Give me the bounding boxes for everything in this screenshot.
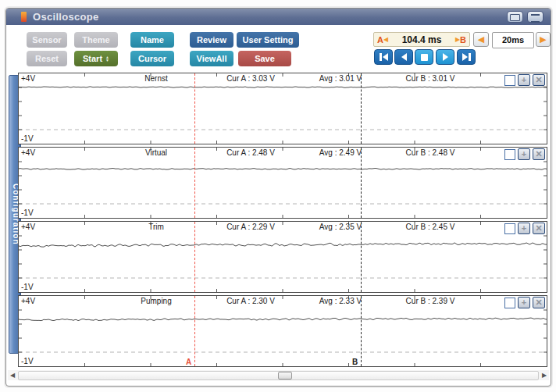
y-min-label: -1V <box>21 283 34 291</box>
oscilloscope-window: Oscilloscope Sensor Theme Name Review Us… <box>5 8 551 387</box>
channel-checkbox[interactable] <box>504 223 515 234</box>
average-value: Avg : 3.01 V <box>319 74 362 83</box>
viewall-button[interactable]: ViewAll <box>190 51 233 66</box>
close-channel-button[interactable]: ✕ <box>533 74 545 86</box>
right-arrow-icon: ▶ <box>540 34 546 44</box>
collapse-icon <box>531 14 540 23</box>
waveform-plot <box>19 296 547 366</box>
cursor-b-line[interactable] <box>361 222 362 292</box>
cursor-b-line[interactable] <box>361 73 362 144</box>
start-spinner-icon: ▲▼ <box>105 55 109 62</box>
panel-controls: + ✕ <box>504 74 545 86</box>
channel-checkbox[interactable] <box>504 298 515 308</box>
cursor-b-line[interactable] <box>361 296 362 366</box>
channel-name: Pumping <box>141 297 171 305</box>
stop-button[interactable] <box>415 49 433 65</box>
triangle-left-icon <box>401 53 407 61</box>
cursor-b-value: Cur B : 2.48 V <box>406 148 455 157</box>
cursor-b-value: Cur B : 2.39 V <box>406 297 455 305</box>
timebase-increase-button[interactable]: ▶ <box>536 32 551 47</box>
triangle-left-icon <box>383 53 388 61</box>
y-min-label: -1V <box>21 208 34 217</box>
sensor-button[interactable]: Sensor <box>27 32 67 48</box>
play-button[interactable] <box>436 49 454 65</box>
cursor-a-value: Cur A : 2.29 V <box>226 223 275 231</box>
skip-to-end-button[interactable] <box>457 49 476 65</box>
zoom-channel-button[interactable]: + <box>518 297 530 308</box>
popout-window-button[interactable] <box>507 11 523 23</box>
window-title: Oscilloscope <box>33 11 99 23</box>
app-icon <box>21 12 27 22</box>
average-value: Avg : 2.35 V <box>319 223 362 231</box>
close-channel-button[interactable]: ✕ <box>533 223 545 234</box>
triangle-right-icon <box>462 53 468 61</box>
horizontal-scrollbar: ◀ ▶ <box>8 370 549 380</box>
cursor-a-line[interactable] <box>194 148 195 218</box>
stop-square-icon <box>421 54 428 61</box>
average-value: Avg : 2.33 V <box>319 297 362 305</box>
cursor-a-label: A <box>377 35 383 45</box>
cursor-a-value: Cur A : 3.03 V <box>226 74 275 83</box>
zoom-channel-button[interactable]: + <box>518 74 530 86</box>
theme-button[interactable]: Theme <box>74 32 118 48</box>
cursor-a-value: Cur A : 2.30 V <box>226 297 275 305</box>
cursor-a-line[interactable] <box>194 296 195 366</box>
cursor-time-display: A ◀ 104.4 ms ▶ B <box>373 32 470 47</box>
play-backward-button[interactable] <box>394 49 413 65</box>
cursor-a-line[interactable] <box>194 73 195 144</box>
channel-panel: +4V -1V Virtual Cur A : 2.48 V Avg : 2.4… <box>18 147 547 219</box>
collapse-window-button[interactable] <box>527 11 544 23</box>
bar-icon <box>469 53 471 61</box>
name-button[interactable]: Name <box>130 32 174 48</box>
channel-name: Virtual <box>145 148 167 157</box>
cursor-delta-value: 104.4 ms <box>388 34 455 45</box>
titlebar: Oscilloscope <box>6 9 551 25</box>
user-setting-button[interactable]: User Setting <box>237 32 299 48</box>
scroll-right-button[interactable]: ▶ <box>540 370 549 380</box>
cursor-button[interactable]: Cursor <box>130 51 174 66</box>
y-max-label: +4V <box>21 148 35 157</box>
cursor-a-line[interactable] <box>194 222 195 292</box>
panel-controls: + ✕ <box>504 223 545 234</box>
zoom-channel-button[interactable]: + <box>518 148 530 160</box>
waveform-plot <box>19 73 547 144</box>
triangle-right-icon <box>443 53 448 61</box>
channel-panel: +4V -1V Trim Cur A : 2.29 V Avg : 2.35 V… <box>18 221 547 293</box>
panel-controls: + ✕ <box>504 148 545 160</box>
left-arrow-icon: ◀ <box>478 34 484 44</box>
cursor-b-line[interactable] <box>361 148 362 218</box>
y-max-label: +4V <box>21 297 35 305</box>
bar-icon <box>380 53 382 61</box>
scroll-left-button[interactable]: ◀ <box>8 370 17 380</box>
zoom-channel-button[interactable]: + <box>518 223 530 234</box>
skip-to-start-button[interactable] <box>374 49 393 65</box>
scroll-track[interactable] <box>18 371 539 380</box>
panel-controls: + ✕ <box>504 297 545 308</box>
channel-panel: +4V -1V Nernst Cur A : 3.03 V Avg : 3.01… <box>18 73 547 144</box>
close-channel-button[interactable]: ✕ <box>533 297 545 308</box>
y-min-label: -1V <box>21 357 34 365</box>
average-value: Avg : 2.49 V <box>319 148 362 157</box>
cursor-b-marker[interactable]: B <box>352 358 358 366</box>
y-min-label: -1V <box>21 134 34 143</box>
channel-checkbox[interactable] <box>504 149 515 160</box>
waveform-plot <box>19 148 547 218</box>
y-max-label: +4V <box>21 223 35 231</box>
cursor-b-value: Cur B : 3.01 V <box>406 74 455 83</box>
close-channel-button[interactable]: ✕ <box>533 148 545 160</box>
cursor-b-value: Cur B : 2.45 V <box>406 223 455 231</box>
timebase-decrease-button[interactable]: ◀ <box>473 32 489 47</box>
cursor-a-value: Cur A : 2.48 V <box>226 148 275 157</box>
scroll-thumb[interactable] <box>278 372 292 380</box>
cursor-b-label: B <box>460 35 466 45</box>
start-label: Start <box>83 51 102 66</box>
cursor-a-marker[interactable]: A <box>186 358 191 366</box>
channel-checkbox[interactable] <box>504 75 515 86</box>
channel-panel: +4V -1V Pumping Cur A : 2.30 V Avg : 2.3… <box>18 295 547 367</box>
save-button[interactable]: Save <box>238 51 291 66</box>
start-button[interactable]: Start ▲▼ <box>74 51 118 66</box>
reset-button[interactable]: Reset <box>27 51 67 66</box>
review-button[interactable]: Review <box>190 32 233 48</box>
y-max-label: +4V <box>21 74 35 83</box>
timebase-value[interactable]: 20ms <box>492 32 534 48</box>
